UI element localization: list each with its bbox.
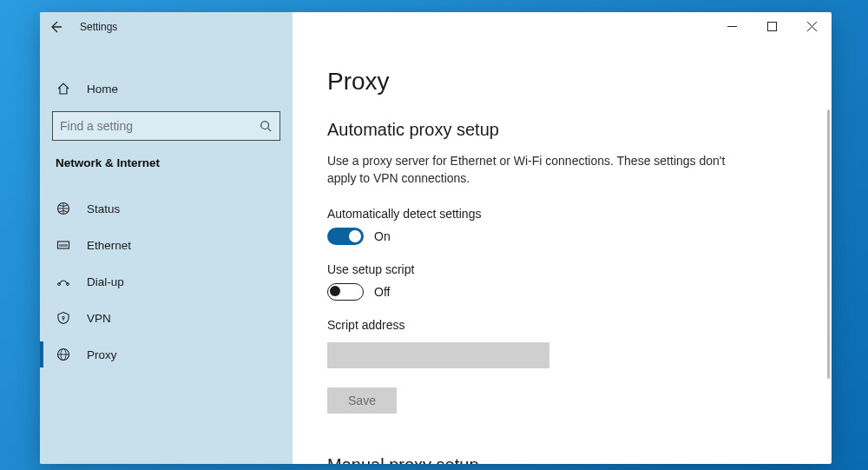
window-controls — [712, 12, 832, 40]
sidebar-item-label: Status — [87, 202, 120, 215]
svg-point-5 — [62, 316, 65, 319]
sidebar: Settings Home Network & Internet Stat — [40, 12, 293, 464]
auto-detect-toggle[interactable] — [327, 228, 364, 245]
maximize-button[interactable] — [752, 12, 792, 40]
sidebar-item-status[interactable]: Status — [40, 190, 293, 227]
shield-icon — [56, 311, 71, 325]
home-icon — [56, 82, 71, 96]
auto-detect-label: Automatically detect settings — [327, 207, 797, 221]
setup-script-label: Use setup script — [327, 262, 797, 276]
globe-icon — [56, 202, 71, 215]
sidebar-section-label: Network & Internet — [40, 141, 293, 178]
content-pane: Proxy Automatic proxy setup Use a proxy … — [293, 12, 832, 464]
back-button[interactable] — [49, 20, 62, 34]
close-button[interactable] — [792, 12, 832, 40]
save-button[interactable]: Save — [327, 387, 397, 414]
setup-script-toggle[interactable] — [327, 283, 364, 301]
settings-window: Settings Home Network & Internet Stat — [40, 12, 832, 464]
auto-heading: Automatic proxy setup — [327, 120, 797, 140]
sidebar-item-dialup[interactable]: Dial-up — [40, 263, 293, 300]
maximize-icon — [767, 22, 777, 31]
close-icon — [807, 22, 817, 31]
search-container — [40, 106, 293, 141]
scrollbar[interactable] — [827, 109, 830, 379]
search-input[interactable] — [52, 111, 280, 141]
sidebar-item-vpn[interactable]: VPN — [40, 300, 293, 336]
script-address-label: Script address — [327, 318, 797, 332]
sidebar-item-ethernet[interactable]: Ethernet — [40, 227, 293, 263]
setup-script-state: Off — [374, 285, 390, 299]
manual-heading: Manual proxy setup — [327, 455, 797, 464]
svg-rect-8 — [767, 22, 776, 30]
script-address-input[interactable] — [327, 342, 549, 368]
sidebar-nav: Status Ethernet Dial-up VPN — [40, 190, 293, 373]
dialup-icon — [56, 275, 71, 288]
sidebar-home[interactable]: Home — [40, 71, 293, 106]
arrow-left-icon — [49, 20, 62, 34]
search-icon — [260, 120, 272, 132]
titlebar: Settings — [40, 12, 293, 42]
minimize-button[interactable] — [712, 12, 752, 40]
sidebar-item-proxy[interactable]: Proxy — [40, 336, 293, 373]
auto-detect-toggle-row: On — [327, 228, 797, 245]
sidebar-item-label: VPN — [87, 312, 111, 325]
sidebar-item-label: Ethernet — [87, 239, 131, 252]
auto-description: Use a proxy server for Ethernet or Wi-Fi… — [327, 152, 727, 188]
sidebar-item-label: Proxy — [87, 348, 117, 361]
page-title: Proxy — [327, 68, 797, 96]
sidebar-item-label: Dial-up — [87, 275, 124, 288]
auto-detect-state: On — [374, 229, 391, 243]
setup-script-toggle-row: Off — [327, 283, 797, 301]
minimize-icon — [727, 22, 737, 31]
sidebar-home-label: Home — [87, 83, 118, 96]
proxy-icon — [56, 348, 71, 361]
svg-point-0 — [261, 122, 269, 129]
manual-section: Manual proxy setup Use a proxy server fo… — [327, 455, 797, 464]
ethernet-icon — [56, 238, 71, 252]
window-title: Settings — [80, 21, 117, 33]
